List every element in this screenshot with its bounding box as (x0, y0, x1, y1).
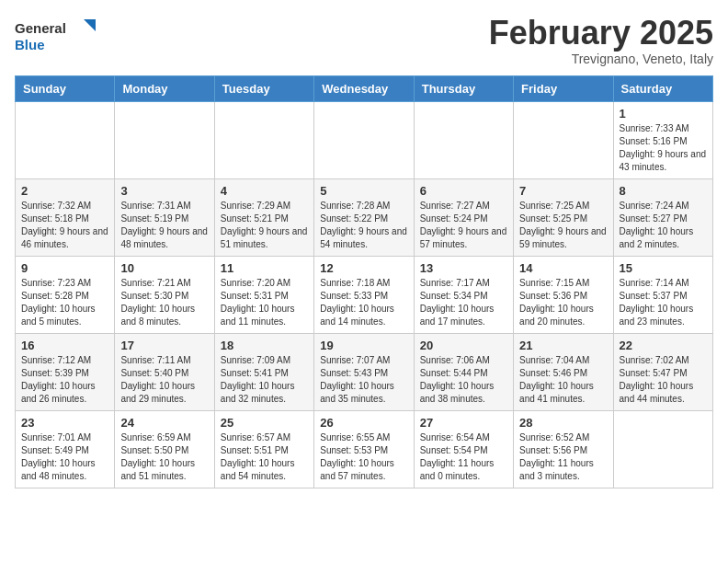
day-number: 21 (519, 339, 607, 352)
calendar-week-3: 16Sunrise: 7:12 AM Sunset: 5:39 PM Dayli… (16, 333, 713, 410)
calendar-cell: 27Sunrise: 6:54 AM Sunset: 5:54 PM Dayli… (414, 410, 513, 488)
day-number: 4 (221, 184, 308, 198)
calendar-header-wednesday: Wednesday (314, 75, 414, 101)
day-number: 18 (221, 339, 308, 352)
day-info: Sunrise: 7:31 AM Sunset: 5:19 PM Dayligh… (120, 200, 208, 251)
day-info: Sunrise: 7:32 AM Sunset: 5:18 PM Dayligh… (21, 200, 108, 251)
day-number: 10 (120, 261, 208, 275)
day-number: 1 (620, 107, 707, 121)
calendar-cell (115, 101, 214, 178)
day-info: Sunrise: 7:25 AM Sunset: 5:25 PM Dayligh… (519, 200, 607, 251)
calendar-header-thursday: Thursday (414, 75, 513, 101)
calendar-cell: 13Sunrise: 7:17 AM Sunset: 5:34 PM Dayli… (414, 256, 513, 333)
calendar-cell: 1Sunrise: 7:33 AM Sunset: 5:16 PM Daylig… (613, 101, 712, 178)
day-number: 16 (21, 339, 108, 352)
calendar-table: SundayMondayTuesdayWednesdayThursdayFrid… (15, 75, 713, 488)
calendar-header-sunday: Sunday (16, 75, 115, 101)
day-info: Sunrise: 6:59 AM Sunset: 5:50 PM Dayligh… (120, 431, 208, 483)
day-info: Sunrise: 7:15 AM Sunset: 5:36 PM Dayligh… (519, 277, 607, 328)
calendar-header-saturday: Saturday (613, 75, 712, 101)
month-title: February 2025 (489, 15, 713, 52)
calendar-cell: 8Sunrise: 7:24 AM Sunset: 5:27 PM Daylig… (613, 178, 712, 256)
day-number: 11 (221, 261, 308, 275)
calendar-cell: 23Sunrise: 7:01 AM Sunset: 5:49 PM Dayli… (16, 410, 115, 488)
day-number: 17 (120, 339, 208, 352)
day-info: Sunrise: 7:20 AM Sunset: 5:31 PM Dayligh… (221, 277, 308, 328)
calendar-cell: 7Sunrise: 7:25 AM Sunset: 5:25 PM Daylig… (514, 178, 613, 256)
calendar-cell: 22Sunrise: 7:02 AM Sunset: 5:47 PM Dayli… (613, 333, 712, 410)
calendar-cell: 21Sunrise: 7:04 AM Sunset: 5:46 PM Dayli… (514, 333, 613, 410)
day-info: Sunrise: 6:57 AM Sunset: 5:51 PM Dayligh… (221, 431, 308, 483)
svg-text:General: General (15, 20, 66, 36)
calendar-week-0: 1Sunrise: 7:33 AM Sunset: 5:16 PM Daylig… (16, 101, 713, 178)
calendar-cell: 6Sunrise: 7:27 AM Sunset: 5:24 PM Daylig… (414, 178, 513, 256)
calendar-cell (514, 101, 613, 178)
location: Trevignano, Veneto, Italy (489, 52, 713, 66)
title-block: February 2025 Trevignano, Veneto, Italy (489, 15, 713, 66)
day-number: 6 (420, 184, 507, 198)
calendar-cell (613, 410, 712, 488)
calendar-header-tuesday: Tuesday (214, 75, 313, 101)
day-number: 25 (221, 416, 308, 430)
day-number: 12 (320, 261, 407, 275)
day-number: 26 (320, 416, 407, 430)
calendar-cell: 28Sunrise: 6:52 AM Sunset: 5:56 PM Dayli… (514, 410, 613, 488)
calendar-cell: 3Sunrise: 7:31 AM Sunset: 5:19 PM Daylig… (115, 178, 214, 256)
calendar-cell: 11Sunrise: 7:20 AM Sunset: 5:31 PM Dayli… (214, 256, 313, 333)
day-info: Sunrise: 7:09 AM Sunset: 5:41 PM Dayligh… (221, 354, 308, 406)
calendar-cell: 4Sunrise: 7:29 AM Sunset: 5:21 PM Daylig… (214, 178, 313, 256)
calendar-header-friday: Friday (514, 75, 613, 101)
day-number: 3 (120, 184, 208, 198)
calendar-week-2: 9Sunrise: 7:23 AM Sunset: 5:28 PM Daylig… (16, 256, 713, 333)
calendar-header-row: SundayMondayTuesdayWednesdayThursdayFrid… (16, 75, 713, 101)
calendar-cell (314, 101, 414, 178)
day-info: Sunrise: 7:06 AM Sunset: 5:44 PM Dayligh… (420, 354, 507, 406)
calendar-cell: 24Sunrise: 6:59 AM Sunset: 5:50 PM Dayli… (115, 410, 214, 488)
calendar-cell (214, 101, 313, 178)
calendar-cell: 2Sunrise: 7:32 AM Sunset: 5:18 PM Daylig… (16, 178, 115, 256)
calendar-cell: 10Sunrise: 7:21 AM Sunset: 5:30 PM Dayli… (115, 256, 214, 333)
day-info: Sunrise: 7:17 AM Sunset: 5:34 PM Dayligh… (420, 277, 507, 328)
logo: General Blue (15, 15, 97, 56)
day-info: Sunrise: 7:27 AM Sunset: 5:24 PM Dayligh… (420, 200, 507, 251)
day-number: 28 (519, 416, 607, 430)
day-number: 24 (120, 416, 208, 430)
calendar-cell: 9Sunrise: 7:23 AM Sunset: 5:28 PM Daylig… (16, 256, 115, 333)
page-header: General Blue February 2025 Trevignano, V… (15, 15, 713, 66)
day-number: 7 (519, 184, 607, 198)
day-info: Sunrise: 7:12 AM Sunset: 5:39 PM Dayligh… (21, 354, 108, 406)
calendar-cell (414, 101, 513, 178)
calendar-cell: 12Sunrise: 7:18 AM Sunset: 5:33 PM Dayli… (314, 256, 414, 333)
day-number: 27 (420, 416, 507, 430)
calendar-cell: 18Sunrise: 7:09 AM Sunset: 5:41 PM Dayli… (214, 333, 313, 410)
day-number: 8 (620, 184, 707, 198)
day-info: Sunrise: 6:52 AM Sunset: 5:56 PM Dayligh… (519, 431, 607, 483)
calendar-week-4: 23Sunrise: 7:01 AM Sunset: 5:49 PM Dayli… (16, 410, 713, 488)
calendar-cell (16, 101, 115, 178)
day-info: Sunrise: 7:29 AM Sunset: 5:21 PM Dayligh… (221, 200, 308, 251)
day-number: 14 (519, 261, 607, 275)
day-info: Sunrise: 7:24 AM Sunset: 5:27 PM Dayligh… (620, 200, 707, 251)
day-info: Sunrise: 7:23 AM Sunset: 5:28 PM Dayligh… (21, 277, 108, 328)
day-info: Sunrise: 7:14 AM Sunset: 5:37 PM Dayligh… (620, 277, 707, 328)
calendar-week-1: 2Sunrise: 7:32 AM Sunset: 5:18 PM Daylig… (16, 178, 713, 256)
day-info: Sunrise: 7:33 AM Sunset: 5:16 PM Dayligh… (620, 122, 707, 174)
day-number: 19 (320, 339, 407, 352)
day-number: 2 (21, 184, 108, 198)
calendar-cell: 16Sunrise: 7:12 AM Sunset: 5:39 PM Dayli… (16, 333, 115, 410)
calendar-cell: 17Sunrise: 7:11 AM Sunset: 5:40 PM Dayli… (115, 333, 214, 410)
day-number: 13 (420, 261, 507, 275)
svg-text:Blue: Blue (15, 37, 45, 52)
day-number: 23 (21, 416, 108, 430)
day-info: Sunrise: 6:54 AM Sunset: 5:54 PM Dayligh… (420, 431, 507, 483)
day-info: Sunrise: 7:28 AM Sunset: 5:22 PM Dayligh… (320, 200, 407, 251)
calendar-cell: 20Sunrise: 7:06 AM Sunset: 5:44 PM Dayli… (414, 333, 513, 410)
day-info: Sunrise: 7:02 AM Sunset: 5:47 PM Dayligh… (620, 354, 707, 406)
day-info: Sunrise: 7:01 AM Sunset: 5:49 PM Dayligh… (21, 431, 108, 483)
calendar-cell: 5Sunrise: 7:28 AM Sunset: 5:22 PM Daylig… (314, 178, 414, 256)
day-number: 5 (320, 184, 407, 198)
day-info: Sunrise: 7:07 AM Sunset: 5:43 PM Dayligh… (320, 354, 407, 406)
day-info: Sunrise: 6:55 AM Sunset: 5:53 PM Dayligh… (320, 431, 407, 483)
calendar-cell: 15Sunrise: 7:14 AM Sunset: 5:37 PM Dayli… (613, 256, 712, 333)
calendar-cell: 14Sunrise: 7:15 AM Sunset: 5:36 PM Dayli… (514, 256, 613, 333)
